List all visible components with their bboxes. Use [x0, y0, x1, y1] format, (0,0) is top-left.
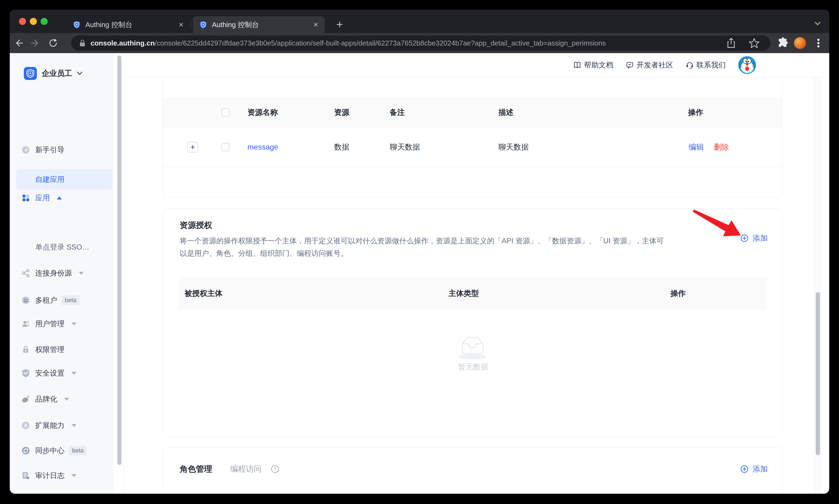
bookmark-star-icon[interactable]: [749, 38, 760, 49]
sidebar-item-self-built-apps-selected[interactable]: 自建应用: [16, 169, 112, 190]
share-nodes-icon: [21, 269, 30, 278]
sidebar-item-label: 审计日志: [35, 471, 65, 481]
traffic-light-close[interactable]: [19, 18, 26, 25]
tab-title: Authing 控制台: [85, 20, 132, 30]
extensions-puzzle-icon[interactable]: [777, 37, 789, 49]
share-icon[interactable]: [727, 38, 736, 49]
row-checkbox[interactable]: [221, 143, 230, 151]
sidebar-item-guide[interactable]: 新手引导: [10, 144, 114, 156]
expand-row-button[interactable]: +: [187, 142, 198, 152]
sidebar-item-permissions[interactable]: 权限管理: [10, 344, 114, 356]
resource-table-row: + message 数据 聊天数据 聊天数据 编辑 删除: [163, 127, 782, 167]
sidebar-item-sso[interactable]: 单点登录 SSO…: [10, 241, 114, 253]
sidebar-item-label: 同步中心: [35, 446, 65, 455]
resource-note-cell: 聊天数据: [390, 142, 420, 152]
tab-title: Authing 控制台: [212, 20, 259, 30]
sidebar-item-multi-tenant[interactable]: 多租户 beta: [10, 294, 114, 306]
programmatic-access-tab[interactable]: 编程访问: [230, 464, 262, 474]
chat-bubble-icon: [626, 61, 634, 69]
url-host: console.authing.cn: [90, 39, 155, 47]
column-actions: 操作: [671, 288, 685, 299]
authorization-table-header: 被授权主体 主体类型 操作: [179, 277, 767, 310]
section-divider: [163, 482, 782, 482]
forward-icon[interactable]: [27, 38, 44, 48]
sidebar-item-identity-sources[interactable]: 连接身份源: [10, 267, 114, 279]
avatar-image: [738, 56, 756, 74]
new-tab-button[interactable]: +: [336, 19, 343, 30]
browser-tab-1[interactable]: Authing 控制台 ×: [66, 16, 190, 33]
select-all-checkbox[interactable]: [221, 108, 230, 116]
developer-community-label: 开发者社区: [637, 60, 673, 70]
help-docs-link[interactable]: 帮助文档: [573, 60, 613, 70]
column-note: 备注: [390, 107, 405, 118]
book-icon: [573, 61, 581, 69]
console-page: 企业员工 新手引导 概览: [10, 53, 829, 494]
traffic-light-zoom[interactable]: [41, 18, 48, 25]
sidebar-item-extensions[interactable]: A 扩展能力: [10, 419, 114, 431]
section-title: 资源授权: [180, 220, 212, 231]
letter-a-circle-icon: A: [21, 421, 30, 430]
sidebar-item-label: 单点登录 SSO…: [35, 242, 89, 252]
workspace-logo: [24, 67, 37, 80]
url-path: /console/6225dd4297dfdae373e3b0e5/applic…: [155, 39, 606, 47]
section-description-line1: 将一个资源的操作权限授予一个主体，用于定义谁可以对什么资源做什么操作，资源是上面…: [180, 236, 664, 246]
shield-check-icon: [21, 368, 30, 378]
sidebar-item-sync-center[interactable]: 同步中心 beta: [10, 445, 114, 456]
contact-us-link[interactable]: 联系我们: [685, 60, 726, 70]
caret-down-icon: [72, 474, 76, 477]
edit-resource-link[interactable]: 编辑: [689, 142, 704, 152]
sidebar-item-user-management[interactable]: 用户管理: [10, 318, 114, 330]
sidebar-item-audit-logs[interactable]: 审计日志: [10, 470, 114, 482]
column-authorized-subject: 被授权主体: [184, 288, 222, 299]
resource-name-link[interactable]: message: [247, 143, 278, 151]
sync-icon: [21, 446, 30, 455]
url-text: console.authing.cn/console/6225dd4297dfd…: [90, 39, 606, 48]
sidebar-item-label: 应用: [35, 193, 50, 203]
sidebar-item-label: 权限管理: [35, 345, 65, 355]
sidebar-scrollbar-thumb[interactable]: [117, 56, 121, 465]
caret-down-icon: [72, 322, 76, 325]
workspace-switcher[interactable]: 企业员工: [24, 67, 83, 80]
sidebar-item-applications[interactable]: 应用: [10, 192, 114, 204]
user-avatar[interactable]: [738, 56, 756, 74]
browser-profile-avatar[interactable]: [794, 37, 806, 49]
sidebar-item-label: 新手引导: [35, 145, 65, 155]
tab-close-icon[interactable]: ×: [168, 20, 183, 29]
resource-desc-cell: 聊天数据: [498, 142, 529, 152]
shield-logo-icon: [26, 69, 34, 78]
tab-close-icon[interactable]: ×: [302, 20, 318, 29]
page-scrollbar-track[interactable]: [814, 77, 822, 494]
lock-icon: [21, 345, 30, 354]
browser-tab-2-active[interactable]: Authing 控制台 ×: [193, 16, 325, 33]
roles-tab-active[interactable]: 角色管理: [180, 464, 212, 475]
developer-community-link[interactable]: 开发者社区: [626, 60, 673, 70]
svg-text:?: ?: [274, 467, 276, 472]
help-question-icon[interactable]: ?: [271, 465, 280, 473]
brush-icon: [21, 395, 30, 404]
sidebar-item-branding[interactable]: 品牌化: [10, 393, 114, 405]
traffic-light-minimize[interactable]: [30, 18, 37, 25]
delete-resource-link[interactable]: 删除: [714, 142, 729, 152]
main-content: 资源名称 资源 备注 描述 操作 + message 数据 聊天数据 聊天数据 …: [124, 77, 822, 494]
reload-icon[interactable]: [44, 38, 62, 48]
column-description: 描述: [498, 107, 514, 118]
caret-down-icon: [72, 424, 76, 427]
column-resource-name: 资源名称: [247, 107, 278, 118]
sidebar-item-security[interactable]: 安全设置: [10, 367, 114, 379]
screenshot-canvas: Authing 控制台 × Authing 控制台 × +: [0, 0, 839, 504]
sidebar-item-label: 自建应用: [35, 175, 65, 184]
tab-strip: Authing 控制台 × Authing 控制台 × +: [10, 10, 829, 33]
page-scrollbar-thumb[interactable]: [816, 292, 820, 455]
sidebar-item-label: 用户管理: [35, 319, 65, 329]
sidebar-scrollbar-track[interactable]: [114, 53, 124, 494]
section-description-line2: 以是用户、角色、分组、组织部门、编程访问账号。: [180, 249, 348, 258]
beta-badge: beta: [61, 295, 80, 305]
add-authorization-button[interactable]: 添加: [740, 233, 768, 243]
address-bar[interactable]: console.authing.cn/console/6225dd4297dfd…: [71, 36, 770, 51]
tab-search-chevron-icon[interactable]: [813, 21, 822, 26]
browser-menu-icon[interactable]: [813, 37, 824, 49]
add-role-button[interactable]: 添加: [740, 464, 768, 474]
sidebar-item-label: 连接身份源: [35, 268, 72, 278]
add-button-label: 添加: [753, 233, 768, 243]
back-icon[interactable]: [10, 38, 27, 48]
